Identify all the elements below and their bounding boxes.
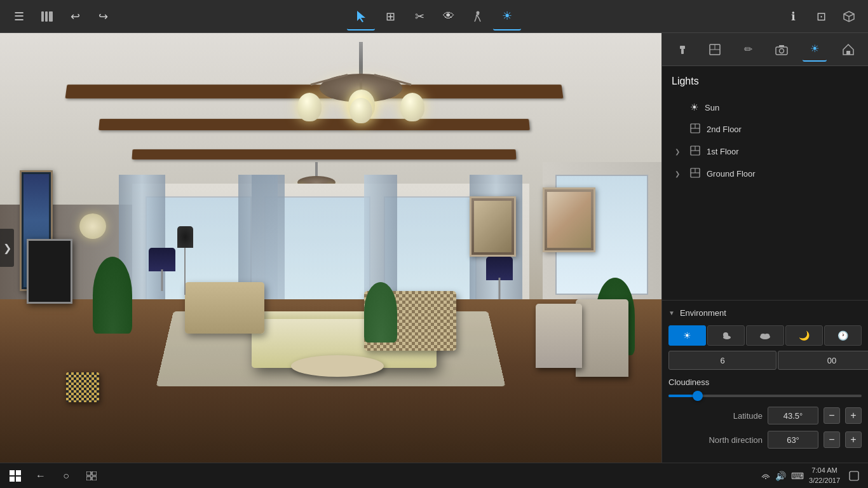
main-content: ❯ ✏ (0, 33, 868, 463)
sun-icon: ☀ (690, 102, 698, 113)
cloudiness-slider[interactable] (668, 395, 862, 397)
ground-floor-chevron-icon[interactable]: ❯ (675, 170, 684, 177)
volume-icon[interactable]: 🔊 (775, 471, 786, 481)
ground-floor-light-item[interactable]: ❯ Ground Floor (668, 163, 862, 185)
top-toolbar: ☰ ↩ ↪ ⊞ ✂ 👁 ☀ ℹ ⊡ (0, 0, 868, 33)
latitude-row: Latitude − + (668, 407, 862, 424)
network-icon[interactable] (761, 471, 770, 481)
svg-rect-27 (10, 470, 15, 475)
1st-floor-light-item[interactable]: ❯ 1st Floor (668, 140, 862, 163)
tv (27, 239, 73, 303)
walk-tool-icon[interactable] (464, 3, 492, 30)
environment-chevron-icon: ▼ (668, 309, 675, 316)
task-view-button[interactable] (81, 466, 102, 486)
cube-icon[interactable] (835, 3, 863, 30)
north-direction-input[interactable] (768, 431, 818, 449)
lighting-tool-icon[interactable]: ☀ (803, 37, 827, 62)
clear-sky-button[interactable]: ☀ (668, 325, 706, 346)
lights-title: Lights (668, 76, 862, 87)
time-inputs (668, 351, 862, 370)
chevron-left-icon: ❯ (3, 242, 11, 254)
clock-button[interactable]: 🕐 (824, 325, 862, 346)
night-button[interactable]: 🌙 (785, 325, 823, 346)
camera-tool-icon[interactable] (770, 37, 794, 62)
north-direction-row: North direction − + (668, 431, 862, 449)
latitude-label: Latitude (668, 411, 763, 421)
time-minute-input[interactable] (778, 351, 868, 370)
svg-point-35 (765, 478, 766, 479)
partly-cloudy-button[interactable] (707, 325, 745, 346)
north-decrease-button[interactable]: − (824, 431, 840, 448)
svg-rect-12 (846, 51, 850, 55)
cloudy-button[interactable] (746, 325, 783, 346)
cloudiness-label: Cloudiness (668, 377, 862, 387)
svg-rect-4 (680, 46, 685, 49)
1st-floor-chevron-icon[interactable]: ❯ (675, 148, 684, 155)
taskbar-system-icons: 🔊 ⌨ (761, 471, 804, 481)
painting-1 (470, 196, 516, 257)
painting-2 (543, 187, 595, 252)
2nd-floor-icon (690, 123, 700, 135)
back-button[interactable]: ← (31, 466, 51, 486)
latitude-input[interactable] (768, 407, 818, 424)
scissors-tool-icon[interactable]: ✂ (405, 3, 433, 30)
redo-icon[interactable]: ↪ (89, 3, 117, 30)
north-direction-label: North direction (668, 435, 763, 445)
library-icon[interactable] (33, 3, 61, 30)
3d-viewport[interactable]: ❯ (0, 33, 661, 463)
side-panel: ✏ ☀ Lights ☀ (661, 33, 868, 463)
floor-plan-tool-icon[interactable] (703, 37, 727, 62)
sun-main-icon[interactable]: ☀ (493, 3, 521, 30)
2nd-floor-light-item[interactable]: 2nd Floor (668, 118, 862, 140)
table-lamp-1 (146, 248, 179, 291)
svg-rect-1 (45, 11, 48, 22)
svg-rect-2 (49, 11, 53, 22)
info-icon[interactable]: ℹ (779, 3, 807, 30)
keyboard-icon[interactable]: ⌨ (791, 471, 804, 481)
view-mode-icon[interactable]: ⊡ (807, 3, 835, 30)
1st-floor-icon (690, 146, 700, 158)
decorative-pot (66, 372, 99, 402)
dining-chair-2 (536, 304, 582, 368)
notification-button[interactable] (845, 467, 863, 485)
environment-header[interactable]: ▼ Environment (668, 308, 862, 318)
latitude-decrease-button[interactable]: − (824, 407, 840, 424)
svg-rect-30 (16, 477, 21, 482)
taskbar-date-value: 3/22/2017 (809, 476, 840, 485)
time-hour-input[interactable] (668, 351, 776, 370)
svg-rect-32 (92, 471, 97, 475)
ground-floor-icon (690, 168, 700, 180)
plant-1 (93, 257, 132, 334)
ceiling-beam-2 (98, 119, 529, 130)
side-toolbar: ✏ ☀ (662, 33, 868, 66)
sun-label: Sun (705, 103, 855, 112)
svg-rect-36 (850, 471, 858, 480)
nav-arrow-left[interactable]: ❯ (0, 229, 14, 267)
svg-rect-11 (779, 45, 784, 47)
lights-panel: Lights ☀ Sun 2nd Floor (662, 66, 868, 300)
slider-thumb[interactable] (693, 391, 703, 401)
hammer-tool-icon[interactable] (670, 37, 694, 62)
house-tool-icon[interactable] (836, 37, 860, 62)
svg-rect-34 (92, 477, 97, 480)
start-button[interactable] (5, 466, 25, 486)
latitude-increase-button[interactable]: + (845, 407, 862, 424)
svg-rect-28 (16, 470, 21, 475)
svg-point-10 (780, 48, 784, 53)
objects-tool-icon[interactable]: ⊞ (376, 3, 404, 30)
undo-icon[interactable]: ↩ (61, 3, 89, 30)
hamburger-menu-icon[interactable]: ☰ (5, 3, 33, 30)
svg-rect-5 (681, 49, 684, 54)
plant-2 (364, 282, 397, 342)
pencil-tool-icon[interactable]: ✏ (736, 37, 761, 62)
ceiling-beam-3 (132, 149, 517, 159)
eye-tool-icon[interactable]: 👁 (435, 3, 463, 30)
home-button[interactable]: ○ (56, 466, 76, 486)
taskbar-clock[interactable]: 7:04 AM 3/22/2017 (809, 466, 840, 485)
select-tool-icon[interactable] (347, 3, 375, 30)
room-scene (0, 33, 661, 463)
sun-light-item[interactable]: ☀ Sun (668, 97, 862, 118)
north-increase-button[interactable]: + (845, 431, 862, 448)
environment-title: Environment (680, 308, 726, 318)
table-lamp-2 (483, 257, 516, 300)
